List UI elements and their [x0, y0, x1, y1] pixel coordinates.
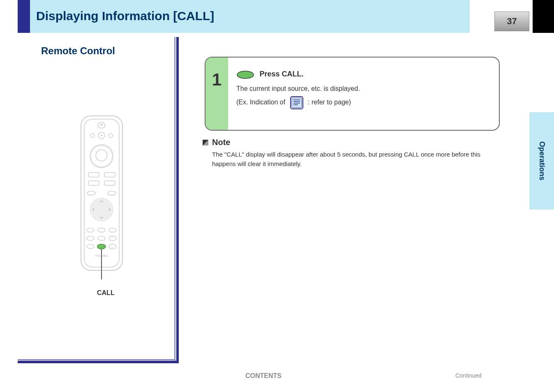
note-title: Note — [212, 138, 230, 147]
svg-point-6 — [108, 134, 113, 138]
svg-point-20 — [87, 236, 94, 240]
svg-point-21 — [98, 236, 105, 240]
svg-point-23 — [87, 244, 94, 249]
page-title: Displaying Information [CALL] — [36, 9, 214, 23]
remote-title: Remote Control — [41, 45, 115, 57]
step-number: 1 — [212, 70, 222, 90]
instruction-sub-line1: The current input source, etc. is displa… — [236, 85, 360, 92]
continued-label: Continued — [455, 372, 482, 379]
divider-horizontal — [18, 361, 179, 363]
instruction-box: 1 Press CALL. The current input source, … — [205, 57, 500, 131]
instruction-main-text: Press CALL. — [259, 70, 303, 78]
black-tab-right — [533, 0, 554, 33]
page-number-box: 37 — [494, 12, 529, 31]
side-tab-label: Operations — [538, 141, 546, 180]
svg-rect-12 — [88, 181, 99, 185]
svg-point-8 — [96, 150, 107, 161]
instruction-ex-prefix: (Ex. Indication of — [236, 99, 285, 106]
contents-link[interactable]: CONTENTS — [245, 372, 282, 380]
svg-point-5 — [90, 134, 95, 138]
document-icon — [290, 96, 304, 110]
svg-point-18 — [98, 228, 105, 232]
note-text: The "CALL" display will disappear after … — [212, 150, 500, 168]
header-accent-left — [18, 0, 30, 33]
call-button-icon — [236, 70, 254, 79]
note-marker-icon — [203, 140, 208, 145]
svg-rect-10 — [88, 173, 99, 177]
instruction-number-column: 1 — [205, 58, 228, 130]
svg-rect-30 — [292, 98, 302, 108]
side-tab-operations: Operations — [529, 112, 554, 210]
divider-vertical — [176, 37, 179, 363]
instruction-ex-suffix: : refer to page) — [308, 99, 351, 106]
divider-vertical-inner — [174, 37, 175, 363]
page-number: 37 — [507, 16, 517, 27]
instruction-content: Press CALL. The current input source, et… — [236, 70, 491, 110]
svg-point-28 — [237, 71, 254, 78]
svg-rect-13 — [104, 181, 115, 185]
svg-point-19 — [109, 228, 116, 232]
divider-horizontal-inner — [18, 359, 175, 360]
svg-point-24 — [97, 244, 106, 249]
svg-point-17 — [87, 228, 94, 232]
call-button-label: CALL — [97, 289, 115, 297]
svg-point-9 — [91, 145, 112, 167]
svg-point-14 — [87, 191, 95, 195]
svg-rect-11 — [104, 173, 115, 177]
remote-control-illustration: TOSHIBA — [80, 115, 123, 279]
svg-point-7 — [90, 145, 113, 168]
svg-point-25 — [109, 244, 116, 249]
instruction-sub: The current input source, etc. is displa… — [236, 85, 491, 110]
svg-point-4 — [101, 135, 102, 136]
svg-point-15 — [108, 191, 116, 195]
svg-point-22 — [109, 236, 116, 241]
